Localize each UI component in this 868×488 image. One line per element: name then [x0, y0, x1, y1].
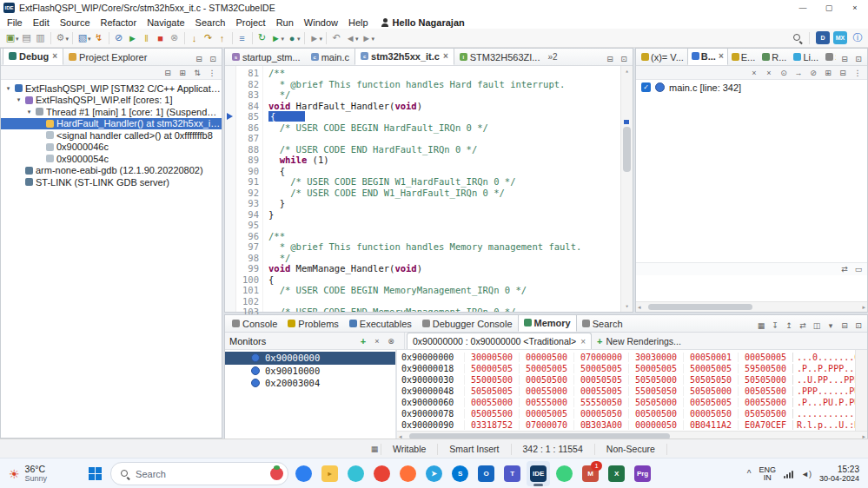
teams-icon[interactable]: T: [500, 461, 524, 486]
code-line[interactable]: while (1): [268, 155, 620, 166]
scroll-up-icon[interactable]: ▴: [625, 66, 628, 77]
collapse-all-icon[interactable]: ⊟: [837, 67, 849, 79]
minimize-icon[interactable]: ⊟: [604, 53, 616, 65]
tab-overflow-indicator[interactable]: »2: [547, 52, 557, 62]
line-number[interactable]: 102: [236, 296, 259, 307]
link-memory-rendering-icon[interactable]: ⇄: [797, 320, 809, 332]
memory-cell[interactable]: 05050500: [738, 409, 792, 419]
memory-cell[interactable]: 50505005: [464, 386, 519, 396]
expand-all-icon[interactable]: ⊞: [822, 67, 834, 79]
code-line[interactable]: /* USER CODE END MemoryManagement_IRQn 0…: [268, 307, 620, 312]
remove-all-breakpoints-icon[interactable]: ×: [763, 67, 775, 79]
memory-cell[interactable]: 50505050: [683, 375, 738, 385]
line-number[interactable]: 83: [236, 89, 259, 101]
memory-cell[interactable]: 00000500: [519, 353, 573, 362]
expand-all-icon[interactable]: ⊞: [176, 67, 189, 79]
memory-cell[interactable]: 00055000: [738, 398, 792, 407]
line-number[interactable]: 84: [236, 101, 259, 112]
edge-dev-icon[interactable]: [553, 461, 576, 486]
code-line[interactable]: [268, 133, 620, 144]
line-number[interactable]: 93: [236, 198, 259, 209]
code-line[interactable]: * @brief This function handles Memory ma…: [268, 241, 620, 253]
build-all-dropdown-icon[interactable]: ▾: [66, 36, 70, 43]
memory-cell[interactable]: 50000505: [464, 364, 519, 373]
bottom-tab-memory[interactable]: Memory: [518, 315, 577, 332]
memory-cell[interactable]: 00555000: [519, 398, 573, 407]
line-number[interactable]: 94: [236, 209, 259, 221]
focus-on-stack-icon[interactable]: ⇅: [191, 67, 203, 79]
terminate-icon[interactable]: ■: [154, 30, 168, 45]
instruction-stepping-icon[interactable]: ≡: [235, 30, 249, 45]
telegram-icon[interactable]: ➤: [422, 461, 446, 486]
memory-cell[interactable]: 03318752: [464, 420, 519, 430]
right-tab-r[interactable]: R...: [759, 49, 790, 65]
menu-window[interactable]: Window: [299, 17, 343, 28]
layout-menu-icon[interactable]: ▾: [825, 320, 837, 332]
memory-cell[interactable]: 00055000: [464, 398, 519, 407]
firefox-icon[interactable]: [396, 461, 420, 486]
memory-cell[interactable]: 50005005: [519, 364, 573, 373]
maximize-view-icon[interactable]: ⊡: [852, 320, 865, 332]
memory-monitor[interactable]: 0x20003004: [225, 377, 395, 390]
debug-tree-item[interactable]: 0x9000046c: [1, 142, 222, 154]
memory-cell[interactable]: 00005050: [573, 409, 628, 419]
code-line[interactable]: /* USER CODE END W1_HardFault_IRQn 0 */: [268, 188, 620, 199]
save-all-icon[interactable]: ▥: [34, 30, 48, 45]
editor-tab-main-c[interactable]: cmain.c: [306, 49, 354, 65]
disconnect-icon[interactable]: ⊗: [168, 30, 182, 45]
memory-cell[interactable]: 30030000: [628, 353, 683, 362]
chrome-icon[interactable]: [370, 461, 394, 486]
code-line[interactable]: void MemManage_Handler(void): [268, 263, 620, 274]
code-lines[interactable]: /** * @brief This function handles Hard …: [263, 66, 620, 312]
bottom-tab-debugger-console[interactable]: Debugger Console: [417, 315, 518, 332]
menu-edit[interactable]: Edit: [28, 17, 55, 28]
menu-refactor[interactable]: Refactor: [96, 17, 142, 28]
menu-search[interactable]: Search: [190, 17, 231, 28]
memory-cell[interactable]: 00505005: [683, 398, 738, 407]
weather-widget[interactable]: ☀ 36°C Sunny: [0, 458, 56, 488]
debug-tree-item[interactable]: HardFault_Handler() at stm32h5xx_it.c:85…: [1, 118, 222, 130]
memory-cell[interactable]: 55005050: [628, 386, 683, 396]
prg-icon[interactable]: Prg: [631, 461, 654, 486]
search-icon[interactable]: [792, 33, 803, 43]
debug-tree-item[interactable]: <signal handler called>() at 0xfffffffb8: [1, 129, 222, 142]
view-menu-icon[interactable]: ⋮: [851, 67, 864, 79]
expander-icon[interactable]: ▾: [15, 96, 23, 103]
edge-icon[interactable]: [344, 461, 368, 486]
right-tab-li[interactable]: Li...: [790, 49, 822, 65]
scroll-left-icon[interactable]: ◂: [638, 304, 641, 311]
taskbar-search[interactable]: Search: [110, 462, 288, 485]
memory-cell[interactable]: 00050005: [738, 353, 792, 362]
menu-run[interactable]: Run: [271, 17, 299, 28]
collapse-all-icon[interactable]: ⊟: [162, 67, 174, 79]
detail-pane-icon[interactable]: ▭: [852, 263, 865, 275]
debug-tree-item[interactable]: ▾ExtFlashQSPI_WIP.elf [cores: 1]: [1, 95, 222, 107]
minimize-icon[interactable]: ⊟: [838, 53, 851, 65]
line-number[interactable]: 82: [236, 79, 259, 90]
code-line[interactable]: /**: [268, 231, 620, 242]
import-memory-icon[interactable]: ↥: [783, 320, 795, 332]
right-tab-e[interactable]: E...: [728, 49, 759, 65]
code-line[interactable]: {: [268, 274, 620, 286]
step-over-icon[interactable]: ↷: [202, 30, 215, 45]
expander-icon[interactable]: ▾: [4, 85, 12, 92]
export-memory-icon[interactable]: ↧: [769, 320, 781, 332]
code-line[interactable]: * @brief This function handles Hard faul…: [268, 79, 620, 90]
memory-cell[interactable]: 00050505: [573, 375, 628, 385]
go-to-file-for-breakpoint-icon[interactable]: →: [792, 67, 805, 79]
memory-cell[interactable]: 00505500: [738, 386, 792, 396]
code-line[interactable]: /* USER CODE END HardFault_IRQn 0 */: [268, 144, 620, 155]
right-tab-x-v[interactable]: (x)= V...: [638, 49, 687, 65]
memory-cell[interactable]: 00050001: [683, 353, 738, 362]
code-line[interactable]: {: [268, 166, 620, 177]
memory-cell[interactable]: 00050500: [519, 375, 573, 385]
memory-cell[interactable]: 50505000: [628, 375, 683, 385]
restart-icon[interactable]: ↻: [255, 30, 269, 45]
memory-cell[interactable]: 50505000: [738, 375, 792, 385]
memory-cell[interactable]: 50005005: [628, 364, 683, 373]
scrollbar-thumb[interactable]: [648, 304, 752, 310]
new-memory-view-icon[interactable]: ▦: [755, 320, 767, 332]
network-icon[interactable]: [784, 470, 793, 478]
menu-help[interactable]: Help: [343, 17, 374, 28]
right-tab-b[interactable]: B...×: [687, 49, 728, 65]
